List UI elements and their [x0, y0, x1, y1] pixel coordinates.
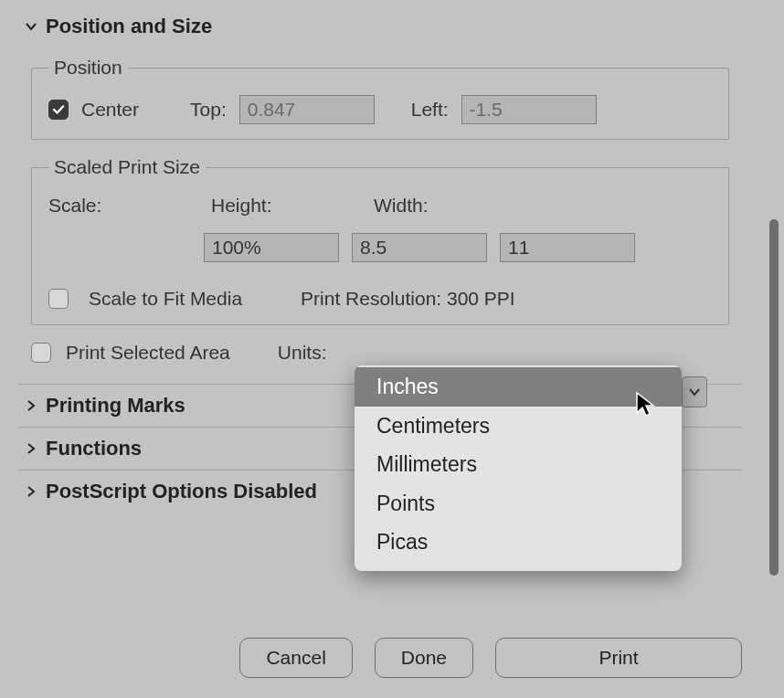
- section-title: Position and Size: [46, 15, 212, 38]
- dialog-footer: Cancel Done Print: [0, 638, 760, 678]
- scrollbar[interactable]: [768, 219, 780, 585]
- done-button[interactable]: Done: [375, 638, 473, 678]
- height-field[interactable]: [352, 233, 487, 262]
- position-legend: Position: [48, 57, 128, 79]
- scaled-legend: Scaled Print Size: [48, 156, 206, 178]
- scale-label: Scale:: [48, 195, 195, 217]
- units-option-points[interactable]: Points: [355, 484, 682, 524]
- chevron-right-icon: [24, 398, 38, 413]
- units-dropdown-menu: Inches Centimeters Millimeters Points Pi…: [355, 365, 682, 571]
- center-checkbox[interactable]: [48, 100, 69, 120]
- scaled-print-size-group: Scaled Print Size Scale: Height: Width: …: [31, 156, 729, 325]
- height-label: Height:: [211, 195, 357, 217]
- left-label: Left:: [411, 99, 449, 121]
- cancel-button[interactable]: Cancel: [239, 638, 352, 678]
- chevron-right-icon: [24, 441, 38, 456]
- units-label: Units:: [278, 342, 327, 364]
- units-option-inches[interactable]: Inches: [355, 367, 682, 407]
- print-resolution-label: Print Resolution: 300 PPI: [301, 288, 515, 310]
- chevron-right-icon: [24, 484, 38, 499]
- units-option-centimeters[interactable]: Centimeters: [355, 407, 682, 446]
- print-selected-label: Print Selected Area: [66, 342, 230, 364]
- scale-to-fit-checkbox[interactable]: [48, 289, 69, 309]
- section-header-position-size[interactable]: Position and Size: [18, 9, 742, 48]
- top-label: Top:: [190, 99, 227, 121]
- units-dropdown-toggle[interactable]: [682, 376, 707, 407]
- scale-to-fit-label: Scale to Fit Media: [89, 288, 242, 310]
- width-label: Width:: [374, 195, 520, 217]
- print-button[interactable]: Print: [495, 638, 742, 678]
- width-field[interactable]: [500, 233, 635, 262]
- chevron-down-icon: [24, 19, 38, 34]
- scrollbar-thumb[interactable]: [769, 219, 779, 576]
- top-field[interactable]: [239, 95, 375, 124]
- section-title: PostScript Options Disabled: [46, 480, 317, 503]
- section-title: Printing Marks: [46, 394, 185, 418]
- position-group: Position Center Top: Left:: [31, 57, 729, 140]
- print-selected-checkbox[interactable]: [31, 343, 51, 363]
- units-option-picas[interactable]: Picas: [355, 523, 682, 562]
- section-title: Functions: [46, 437, 142, 460]
- center-label: Center: [81, 99, 139, 121]
- scale-field[interactable]: [204, 233, 339, 262]
- units-option-millimeters[interactable]: Millimeters: [355, 445, 682, 484]
- left-field[interactable]: [461, 95, 597, 124]
